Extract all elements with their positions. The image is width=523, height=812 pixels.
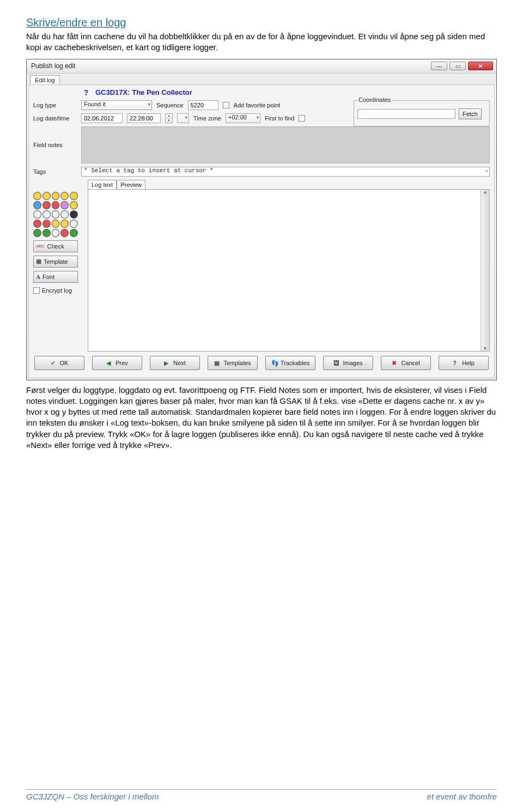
font-icon: A	[36, 274, 40, 280]
emoji-icon[interactable]	[33, 210, 41, 219]
grid-icon: ▦	[214, 360, 221, 366]
check-button[interactable]: ABCCheck	[33, 240, 78, 252]
minimize-button[interactable]: —	[431, 62, 447, 70]
emoji-palette	[33, 192, 78, 237]
emoji-icon[interactable]	[70, 210, 78, 219]
arrow-right-icon: ▶	[164, 360, 171, 366]
help-icon[interactable]: ?	[81, 88, 91, 97]
emoji-icon[interactable]	[33, 201, 41, 209]
trackables-button[interactable]: 👣Trackables	[265, 356, 315, 370]
label-encrypt: Encrypt log	[42, 287, 72, 294]
encrypt-checkbox[interactable]	[33, 287, 40, 294]
page-footer: GC3JZQN – Oss ferskinger i mellom et eve…	[26, 789, 497, 801]
time-spinner[interactable]: ▲▼	[165, 113, 173, 123]
prev-button[interactable]: ◀Prev	[92, 356, 142, 370]
footer-right: et event av thomfre	[427, 792, 497, 801]
log-text-editor[interactable]: ▲▼	[88, 189, 490, 352]
intro-paragraph: Når du har fått inn cachene du vil ha do…	[26, 31, 497, 53]
footer-left: GC3JZQN – Oss ferskinger i mellom	[26, 792, 159, 801]
label-field-notes: Field notes	[33, 142, 77, 148]
maximize-button[interactable]: ▭	[449, 62, 466, 70]
date-input[interactable]	[81, 113, 123, 123]
main-tabstrip: Edit log	[27, 74, 496, 84]
label-timezone: Time zone	[193, 115, 221, 122]
emoji-icon[interactable]	[60, 210, 69, 219]
templates-button[interactable]: ▦Templates	[208, 356, 258, 370]
editor-scrollbar[interactable]: ▲▼	[481, 190, 489, 351]
emoji-icon[interactable]	[60, 229, 69, 237]
arrow-left-icon: ◀	[106, 360, 113, 366]
sequence-input[interactable]	[188, 100, 218, 110]
ok-button[interactable]: ✔OK	[34, 356, 84, 370]
emoji-icon[interactable]	[60, 220, 69, 228]
tab-edit-log[interactable]: Edit log	[30, 75, 60, 84]
next-button[interactable]: ▶Next	[150, 356, 200, 370]
image-icon: 🖼	[333, 360, 340, 366]
emoji-icon[interactable]	[33, 229, 41, 237]
tab-log-text[interactable]: Log text	[88, 180, 117, 189]
titlebar: Publish log edit — ▭ ✕	[27, 59, 496, 74]
fetch-button[interactable]: Fetch	[459, 108, 482, 119]
label-sequence: Sequence	[156, 102, 184, 108]
emoji-icon[interactable]	[42, 220, 51, 228]
section-heading: Skrive/endre en logg	[26, 16, 497, 29]
emoji-icon[interactable]	[52, 201, 60, 209]
emoji-icon[interactable]	[42, 210, 51, 219]
cache-title: GC3D17X: The Pen Collector	[95, 88, 192, 96]
abc-icon: ABC	[36, 244, 45, 249]
check-icon: ✔	[51, 360, 57, 366]
label-coordinates: Coordinates	[357, 96, 392, 103]
field-notes-area[interactable]	[81, 126, 490, 163]
ftf-checkbox[interactable]	[299, 115, 305, 122]
emoji-icon[interactable]	[70, 201, 78, 209]
emoji-icon[interactable]	[70, 192, 78, 200]
help-button[interactable]: ?Help	[439, 356, 489, 370]
label-first-to-find: First to find	[265, 115, 294, 122]
emoji-icon[interactable]	[33, 220, 41, 228]
close-button[interactable]: ✕	[468, 62, 493, 70]
publish-log-window: Publish log edit — ▭ ✕ Edit log ? GC3D17…	[26, 59, 497, 380]
time-input[interactable]	[127, 113, 161, 123]
help-icon: ?	[453, 360, 459, 366]
emoji-icon[interactable]	[52, 210, 60, 219]
coordinates-input[interactable]	[357, 109, 455, 119]
emoji-icon[interactable]	[60, 192, 69, 200]
coordinates-group: Coordinates Fetch	[354, 100, 490, 126]
calendar-dropdown[interactable]	[177, 113, 189, 123]
emoji-icon[interactable]	[42, 201, 51, 209]
emoji-icon[interactable]	[42, 192, 51, 200]
cancel-button[interactable]: ✖Cancel	[381, 356, 431, 370]
emoji-icon[interactable]	[60, 201, 69, 209]
font-button[interactable]: AFont	[33, 271, 78, 283]
tags-dropdown[interactable]: * Select a tag to insert at cursor *	[81, 167, 490, 177]
emoji-icon[interactable]	[33, 192, 41, 200]
label-tags: Tags	[33, 168, 77, 175]
label-log-date: Log date/time	[33, 115, 77, 122]
template-button[interactable]: ▦Template	[33, 256, 78, 268]
emoji-icon[interactable]	[52, 229, 60, 237]
grid-icon: ▦	[36, 258, 41, 265]
emoji-icon[interactable]	[52, 220, 60, 228]
dialog-button-bar: ✔OK ◀Prev ▶Next ▦Templates 👣Trackables 🖼…	[33, 352, 490, 373]
timezone-dropdown[interactable]: +02:00	[226, 113, 260, 123]
label-log-type: Log type	[33, 102, 77, 108]
trackable-icon: 👣	[271, 360, 278, 366]
cross-icon: ✖	[392, 360, 398, 366]
favorite-checkbox[interactable]	[223, 102, 229, 108]
body-paragraph: Først velger du loggtype, loggdato og ev…	[26, 385, 497, 451]
emoji-icon[interactable]	[70, 220, 78, 228]
emoji-icon[interactable]	[70, 229, 78, 237]
label-add-favorite: Add favorite point	[234, 102, 281, 108]
window-title: Publish log edit	[31, 62, 75, 70]
emoji-icon[interactable]	[52, 192, 60, 200]
log-type-dropdown[interactable]: Found it	[81, 100, 152, 110]
tab-preview[interactable]: Preview	[117, 180, 145, 189]
images-button[interactable]: 🖼Images	[323, 356, 373, 370]
emoji-icon[interactable]	[42, 229, 51, 237]
